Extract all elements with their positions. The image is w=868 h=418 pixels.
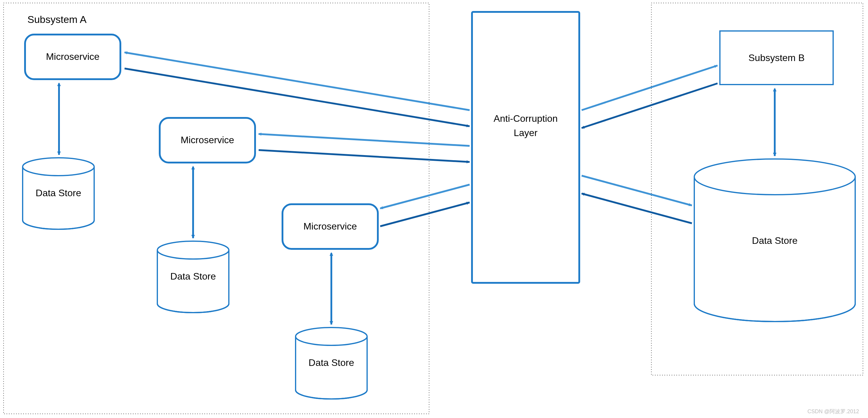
acl-label-1: Anti-Corruption [472, 113, 579, 124]
datastore-2-label: Data Store [157, 271, 229, 282]
arrow-acl-to-dsb-b [582, 194, 692, 223]
arrow-acl-to-subb-b [582, 83, 717, 128]
diagram-canvas: { "subsystemA": { "title": "Subsystem A"… [0, 0, 868, 418]
microservice-1-label: Microservice [25, 51, 120, 62]
svg-point-3 [694, 159, 855, 195]
svg-point-0 [23, 158, 94, 176]
datastore-1-label: Data Store [23, 187, 94, 199]
arrow-ms3-to-acl-a [380, 184, 470, 208]
arrow-ms2-to-acl-b [259, 150, 470, 162]
arrow-ms3-to-acl-b [380, 203, 470, 226]
arrow-acl-to-subb-a [582, 66, 717, 110]
acl-box [472, 12, 579, 283]
watermark-text: CSDN @阿波罗.2012 [807, 408, 859, 415]
arrow-acl-to-dsb-a [582, 176, 692, 205]
datastore-3-label: Data Store [296, 357, 367, 368]
subsystem-b-label: Subsystem B [720, 53, 833, 63]
datastore-b-label: Data Store [694, 235, 855, 246]
arrow-ms2-to-acl-a [259, 134, 470, 146]
arrow-ms1-to-acl-a [125, 53, 470, 110]
subsystem-a-title: Subsystem A [27, 14, 86, 25]
microservice-2-label: Microservice [160, 135, 255, 146]
microservice-3-label: Microservice [282, 221, 378, 232]
svg-point-2 [296, 327, 367, 345]
svg-point-1 [157, 241, 229, 259]
acl-label-2: Layer [472, 128, 579, 138]
